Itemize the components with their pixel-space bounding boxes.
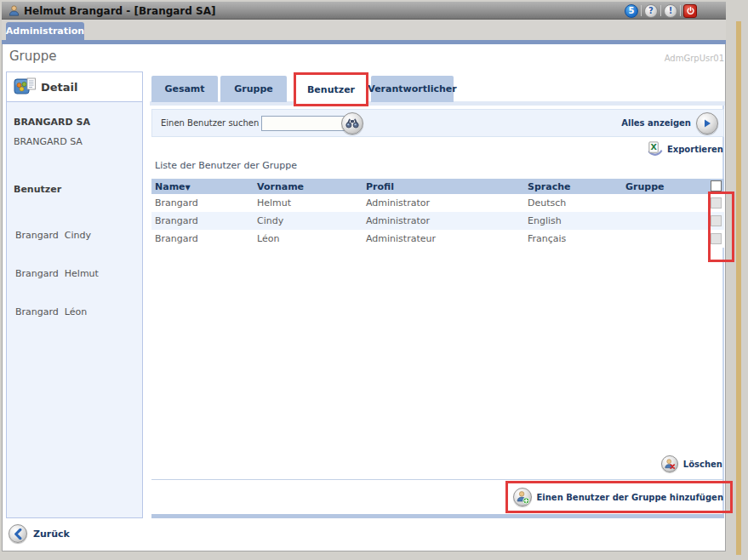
cell-name: Brangard [155,233,198,244]
cell-vorname: Léon [257,233,279,244]
column-header-profil[interactable]: Profil [366,181,394,192]
column-header-sprache[interactable]: Sprache [528,181,570,192]
separator [641,5,642,16]
logout-icon[interactable] [683,4,697,18]
titlebar-icons: 5 ? ! [625,3,697,18]
row-checkbox-disabled [711,197,722,209]
cell-sprache: Français [528,233,566,244]
column-header-name[interactable]: Name▼ [155,181,191,192]
add-user-icon [513,488,532,506]
panel-right-border [722,106,724,514]
user-table-rows: BrangardHelmutAdministratorDeutschBranga… [151,194,724,248]
search-label: Einen Benutzer suchen [161,118,259,128]
tab-benutzer-active-highlighted[interactable]: Benutzer [294,72,368,106]
back-button[interactable]: Zurück [9,523,70,544]
search-binoculars-button[interactable] [341,112,363,134]
sidebar-user-list: Brangard Cindy Brangard Helmut Brangard … [15,203,99,344]
sidebar-user-item: Brangard Helmut [15,267,99,280]
sidebar-header: Detail [6,71,143,102]
export-button[interactable]: X Exportieren [647,140,723,158]
separator [660,5,661,16]
footer-divider [151,479,724,480]
table-header: Name▼ Vorname Profil Sprache Gruppe [151,179,724,194]
cell-profil: Administrateur [366,233,436,244]
row-checkbox-disabled [711,233,722,244]
detail-icon [14,77,37,100]
table-row[interactable]: BrangardLéonAdministrateurFrançais [151,230,724,248]
cell-vorname: Cindy [257,215,283,226]
show-all-play-button[interactable] [696,112,718,134]
cell-profil: Administrator [366,215,430,226]
sidebar-user-item: Brangard Léon [15,306,99,318]
column-header-gruppe[interactable]: Gruppe [625,181,665,192]
add-user-to-group-button-highlighted[interactable]: Einen Benutzer der Gruppe hinzufügen [505,481,733,513]
add-user-label: Einen Benutzer der Gruppe hinzufügen [536,493,723,502]
back-label: Zurück [33,529,70,540]
window-edge-strip [736,21,741,555]
user-icon [8,4,20,17]
accent-bar [2,40,726,44]
delete-user-button[interactable]: Löschen [661,454,722,473]
nav-strip: Administration [2,20,726,40]
cell-vorname: Helmut [257,197,291,209]
window-title: Helmut Brangard - [Brangard SA] [24,5,215,17]
column-header-vorname[interactable]: Vorname [257,181,304,192]
separator [680,5,681,16]
excel-icon: X [647,140,663,158]
sidebar-title: Detail [41,81,78,94]
tab-gruppe[interactable]: Gruppe [220,76,287,102]
tab-administration[interactable]: Administration [6,22,84,40]
panel-bottom-border [151,514,724,518]
cell-name: Brangard [155,215,198,226]
sidebar-panel: BRANGARD SA BRANGARD SA Benutzer Brangar… [6,102,143,518]
cell-profil: Administrator [366,197,430,209]
notification-badge[interactable]: 5 [625,4,638,18]
tab-verantwortlicher[interactable]: Verantwortlicher [371,76,454,102]
page-title: Gruppe [9,49,57,64]
show-all-label: Alles anzeigen [621,118,691,128]
screen-reference-code: AdmGrpUsr01 [665,54,724,63]
back-arrow-icon [9,524,27,543]
info-icon[interactable]: ! [664,4,677,18]
table-row[interactable]: BrangardCindyAdministratorEnglish [151,212,724,230]
cell-sprache: Deutsch [528,197,566,209]
sidebar-section-benutzer: Benutzer [14,184,61,195]
delete-user-label: Löschen [683,460,722,469]
row-checkbox-disabled [711,215,722,226]
svg-text:X: X [650,142,657,151]
select-all-checkbox[interactable] [711,180,722,191]
list-caption: Liste der Benutzer der Gruppe [155,160,297,171]
help-icon[interactable]: ? [644,4,658,18]
delete-user-icon [661,455,678,472]
sort-desc-icon: ▼ [186,184,191,191]
cell-sprache: English [528,215,562,226]
search-bar: Einen Benutzer suchen Alles anzeigen [151,109,724,137]
sidebar-user-item: Brangard Cindy [15,229,99,242]
tab-gesamt[interactable]: Gesamt [151,76,218,102]
user-search-input[interactable] [261,116,345,131]
cell-name: Brangard [155,197,198,209]
titlebar: Helmut Brangard - [Brangard SA] 5 ? ! [2,2,726,20]
sidebar-group-name: BRANGARD SA [14,117,90,128]
sidebar-group-value: BRANGARD SA [14,136,83,147]
export-label: Exportieren [667,145,723,154]
table-row[interactable]: BrangardHelmutAdministratorDeutsch [151,194,724,212]
